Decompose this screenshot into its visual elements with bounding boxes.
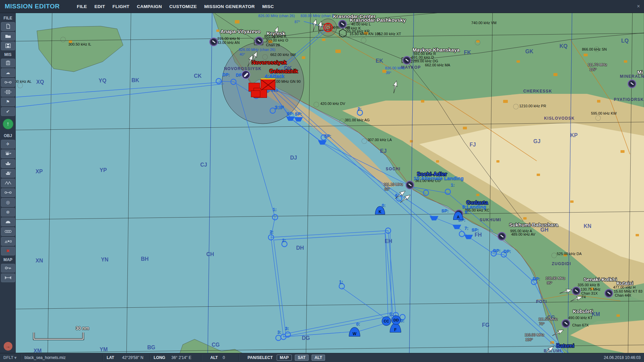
briefing-icon: [4, 60, 12, 65]
airport-icon[interactable]: [209, 38, 218, 46]
triggers-button[interactable]: [1, 88, 15, 97]
mission-file-name: black_sea_hornets.miz: [24, 353, 66, 362]
city-label: ZUGDIDI: [552, 262, 571, 266]
menu-item-campaign[interactable]: CAMPAIGN: [137, 4, 162, 9]
goals-flag-button[interactable]: ⚑: [1, 98, 15, 106]
menu-item-customize[interactable]: CUSTOMIZE: [169, 4, 197, 9]
add-static-object-button[interactable]: [1, 179, 15, 187]
grid-square-label: GH: [540, 227, 548, 233]
unit-symbol-ship[interactable]: [464, 233, 473, 240]
close-icon[interactable]: ×: [637, 3, 640, 9]
unit-symbol-ground[interactable]: W: [349, 327, 360, 337]
add-ship-button[interactable]: [1, 159, 15, 168]
enemy-unit-symbol[interactable]: [261, 78, 275, 90]
map-canvas[interactable]: Anapa-VityazevoKrymskKrasnodar-CenterKra…: [0, 0, 644, 362]
save-mission-button[interactable]: [1, 42, 15, 50]
map-mode-button-map[interactable]: MAP: [277, 355, 292, 361]
weather-icon: ☁: [6, 70, 10, 75]
ils-frequency-label: 111.10 MHz: [384, 183, 403, 186]
airport-icon[interactable]: [604, 289, 613, 298]
mission-options-button[interactable]: [1, 78, 15, 87]
add-waypoint-button[interactable]: [1, 188, 15, 197]
waypoint-label: 2:: [270, 230, 274, 234]
menu-item-flight[interactable]: FLIGHT: [112, 4, 129, 9]
unit-symbol-group[interactable]: CC: [382, 316, 391, 326]
menu-bar: MISSION EDITOR FILEEDITFLIGHTCAMPAIGNCUS…: [0, 0, 644, 13]
restricted-zone-icon[interactable]: [241, 70, 250, 79]
nav-beacon-frequency-label: 443.00 kHz AN: [215, 41, 239, 45]
briefing-button[interactable]: [1, 59, 15, 67]
menu-item-mission-generator[interactable]: MISSION GENERATOR: [204, 4, 255, 9]
new-mission-button[interactable]: [1, 22, 15, 31]
weather-button[interactable]: ☁: [1, 68, 15, 77]
waypoint-label: 2:: [282, 238, 286, 242]
map-layer-dropdown[interactable]: DFLT ▾: [3, 353, 16, 362]
grid-square-label: CH: [206, 252, 214, 257]
add-helicopter-button[interactable]: [1, 149, 15, 158]
nav-beacon-frequency-label: Chan 67X: [572, 323, 589, 327]
map-mode-button-sat[interactable]: SAT: [295, 355, 309, 361]
delete-object-button[interactable]: ✖: [1, 247, 15, 255]
airport-icon[interactable]: [338, 20, 347, 28]
wind-arrow-icon: [559, 287, 573, 297]
waypoint-label: 10:Alternate Landing: [414, 176, 464, 181]
grid-square-label: YP: [100, 168, 107, 173]
draw-shapes-button[interactable]: [1, 237, 15, 246]
new-mission-icon: [4, 24, 12, 29]
unit-symbol-ship[interactable]: [318, 138, 327, 145]
airport-icon[interactable]: [402, 56, 411, 65]
city-label: SOCHI: [386, 167, 400, 171]
city-label: POTI: [536, 300, 547, 304]
grid-square-label: KP: [570, 133, 578, 138]
unit-symbol-group[interactable]: DD: [391, 315, 401, 325]
menu-item-misc[interactable]: MISC: [262, 4, 274, 9]
open-mission-button[interactable]: [1, 32, 15, 41]
airport-label: Kobuleti: [573, 309, 593, 314]
unit-symbol-ship[interactable]: [430, 214, 438, 221]
fly-mission-button[interactable]: ↑: [3, 119, 13, 129]
unit-symbol-ship[interactable]: [294, 115, 303, 122]
grid-square-label: CG: [212, 342, 220, 348]
menu-item-file[interactable]: FILE: [77, 4, 87, 9]
grid-square-label: GJ: [533, 139, 540, 144]
menu-item-edit[interactable]: EDIT: [94, 4, 105, 9]
grid-square-label: XP: [36, 169, 43, 174]
ils-frequency-label: 115°: [589, 68, 597, 71]
add-trigger-zone-button[interactable]: ◎: [1, 198, 15, 207]
airport-icon[interactable]: [572, 287, 581, 295]
airport-icon[interactable]: [406, 181, 414, 189]
nav-beacon-frequency-label: 289.00 kHz DG: [413, 59, 438, 63]
wind-arrow-icon: [551, 327, 566, 339]
enemy-unit-symbol[interactable]: [251, 90, 260, 97]
grid-square-label: XN: [36, 258, 43, 263]
add-airplane-button[interactable]: ✈: [1, 140, 15, 148]
nav-beacon-frequency-label: 00 kHz AL: [15, 80, 32, 83]
nav-beacon-frequency-label: 335.00 kHz B: [578, 283, 600, 287]
mission-check-button[interactable]: ✔: [1, 107, 15, 116]
mission-datetime: 24.06.2018 10:46:03: [604, 353, 641, 362]
add-vehicle-button[interactable]: [1, 169, 15, 178]
airport-icon[interactable]: [497, 232, 506, 241]
exit-editor-button[interactable]: →: [4, 342, 12, 351]
map-lock-button[interactable]: [1, 264, 15, 273]
nav-beacon-icon: [339, 119, 345, 124]
remove-zone-button[interactable]: ⊗: [1, 208, 15, 217]
airport-label: Krasnodar-Pashkovsky: [350, 17, 406, 22]
airport-icon[interactable]: [561, 319, 570, 328]
scale-label: 30 nm: [76, 325, 89, 331]
grid-square-label: DK: [284, 66, 292, 71]
nav-beacon-icon: [314, 102, 319, 107]
add-farp-button[interactable]: [1, 218, 15, 226]
ils-frequency-label: 95°: [547, 281, 552, 285]
nav-beacon-frequency-label: 300.50 kHz IL: [68, 43, 91, 46]
airport-icon[interactable]: [255, 37, 263, 45]
measure-distance-button[interactable]: [1, 274, 15, 282]
unit-symbol-ship[interactable]: [452, 223, 461, 230]
waypoint-label: 3:IP: [275, 105, 284, 110]
target-rings-icon[interactable]: [323, 23, 333, 32]
map-scale-bar: 30 nm: [32, 325, 93, 342]
add-template-button[interactable]: [1, 227, 15, 236]
map-mode-button-alt[interactable]: ALT: [312, 355, 325, 361]
waypoint-label: 1:: [451, 183, 455, 187]
airport-icon[interactable]: [628, 79, 636, 88]
